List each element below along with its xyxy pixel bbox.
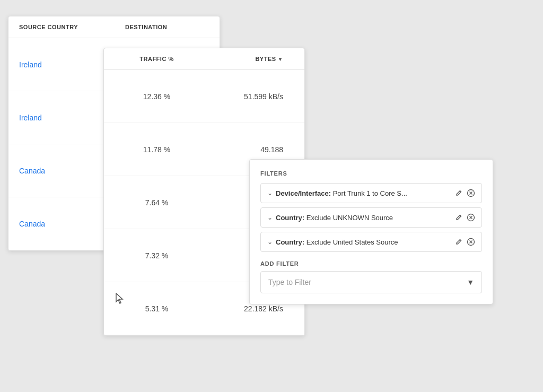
table-header: TRAFFIC % BYTES▼ bbox=[104, 48, 304, 70]
traffic-cell: 12.36 % bbox=[115, 92, 199, 101]
add-filter-heading: ADD FILTER bbox=[260, 260, 482, 267]
filters-panel: FILTERS ⌄ Device/Interface: Port Trunk 1… bbox=[249, 159, 493, 304]
filter-dropdown-placeholder: Type to Filter bbox=[268, 278, 467, 286]
traffic-cell: 11.78 % bbox=[115, 145, 199, 154]
filter-actions bbox=[455, 238, 475, 246]
filter-item-country-us: ⌄ Country: Exclude United States Source bbox=[260, 232, 482, 252]
table-row: 12.36 % 51.599 kB/s bbox=[104, 70, 304, 123]
filters-heading: FILTERS bbox=[260, 170, 482, 177]
col-header-source: SOURCE COUNTRY bbox=[19, 24, 125, 30]
filter-chevron-icon: ⌄ bbox=[267, 189, 273, 197]
col-header-traffic[interactable]: TRAFFIC % bbox=[115, 56, 199, 62]
bytes-cell: 49.188 bbox=[199, 145, 294, 154]
filter-text: Country: Exclude United States Source bbox=[276, 238, 451, 246]
filter-actions bbox=[455, 189, 475, 197]
filter-remove-button[interactable] bbox=[467, 238, 475, 246]
add-filter-dropdown[interactable]: Type to Filter ▼ bbox=[260, 271, 482, 293]
filter-text: Device/Interface: Port Trunk 1 to Core S… bbox=[276, 189, 451, 197]
bytes-cell: 51.599 kB/s bbox=[199, 92, 294, 101]
traffic-cell: 7.32 % bbox=[115, 251, 199, 260]
filter-chevron-icon: ⌄ bbox=[267, 214, 273, 221]
traffic-cell: 5.31 % bbox=[115, 304, 199, 313]
dropdown-arrow-icon: ▼ bbox=[467, 278, 474, 286]
filter-edit-button[interactable] bbox=[455, 214, 462, 221]
bytes-cell: 22.182 kB/s bbox=[199, 304, 294, 313]
filter-edit-button[interactable] bbox=[455, 238, 462, 246]
filter-actions bbox=[455, 213, 475, 222]
col-header-destination: DESTINATION bbox=[125, 24, 209, 30]
filter-chevron-icon: ⌄ bbox=[267, 238, 273, 246]
filter-edit-button[interactable] bbox=[455, 189, 462, 197]
col-header-bytes[interactable]: BYTES▼ bbox=[199, 56, 294, 62]
filter-remove-button[interactable] bbox=[467, 189, 475, 197]
table-header: SOURCE COUNTRY DESTINATION bbox=[8, 16, 220, 38]
filter-text: Country: Exclude UNKNOWN Source bbox=[276, 214, 451, 222]
filter-item-country-unknown: ⌄ Country: Exclude UNKNOWN Source bbox=[260, 207, 482, 228]
filter-item-device: ⌄ Device/Interface: Port Trunk 1 to Core… bbox=[260, 183, 482, 203]
traffic-cell: 7.64 % bbox=[115, 198, 199, 207]
sort-arrow-icon: ▼ bbox=[278, 56, 283, 62]
filter-remove-button[interactable] bbox=[467, 213, 475, 222]
